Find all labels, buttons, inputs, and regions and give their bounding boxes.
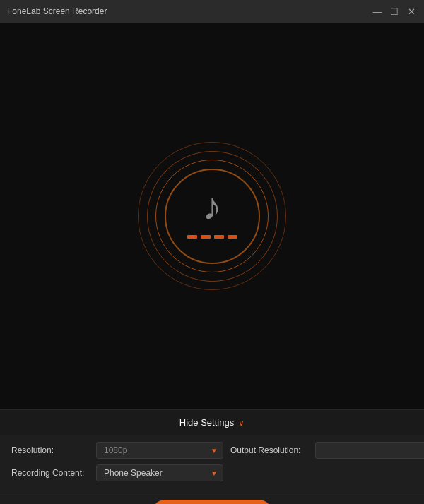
resolution-label: Resolution: (11, 445, 89, 455)
resolution-row: Resolution: 1080p 720p 480p ▼ Output Res… (11, 442, 413, 459)
resolution-select-wrapper: 1080p 720p 480p ▼ (96, 442, 223, 459)
window-controls: — ☐ ✕ (372, 6, 417, 17)
hide-settings-button[interactable]: Hide Settings ∨ (179, 417, 245, 428)
output-resolution-label: Output Resolution: (230, 445, 308, 455)
chevron-down-icon: ∨ (238, 418, 245, 428)
title-bar: FoneLab Screen Recorder — ☐ ✕ (0, 0, 424, 23)
recording-content-label: Recording Content: (11, 468, 89, 478)
eq-bar-4 (228, 235, 237, 239)
record-button[interactable]: Record (152, 500, 272, 504)
eq-bar-1 (187, 235, 197, 239)
recording-content-select[interactable]: Phone Speaker Microphone System Audio (96, 464, 223, 481)
audio-visualization: ♪ (134, 138, 290, 294)
bottom-bar: Record Recording history (0, 493, 424, 504)
recording-content-select-wrapper: Phone Speaker Microphone System Audio ▼ (96, 464, 223, 481)
minimize-button[interactable]: — (372, 6, 383, 17)
settings-toggle-bar[interactable]: Hide Settings ∨ (0, 409, 424, 435)
app-title: FoneLab Screen Recorder (7, 6, 107, 16)
output-resolution-select-wrapper: ▼ (315, 442, 424, 459)
resolution-select[interactable]: 1080p 720p 480p (96, 442, 223, 459)
recording-content-row: Recording Content: Phone Speaker Microph… (11, 464, 413, 481)
main-display-area: ♪ (0, 23, 424, 409)
eq-bar-2 (201, 235, 211, 239)
hide-settings-label: Hide Settings (179, 417, 234, 428)
controls-area: Resolution: 1080p 720p 480p ▼ Output Res… (0, 435, 424, 493)
output-resolution-select[interactable] (315, 442, 424, 459)
close-button[interactable]: ✕ (406, 6, 417, 17)
eq-bar-3 (214, 235, 224, 239)
equalizer-bars (187, 235, 237, 239)
maximize-button[interactable]: ☐ (389, 6, 400, 17)
music-note-icon: ♪ (187, 187, 237, 239)
